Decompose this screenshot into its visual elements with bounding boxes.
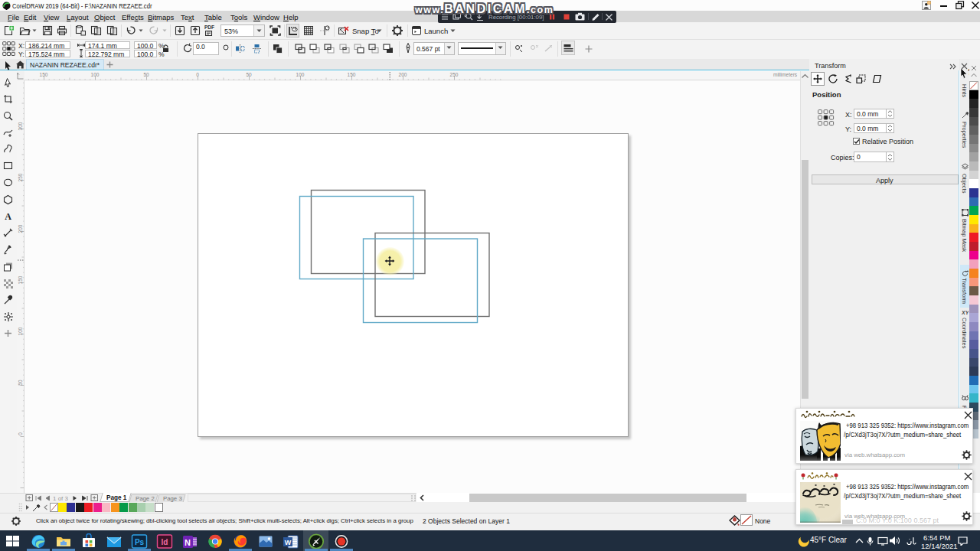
svg-text:250: 250 [18,173,23,181]
svg-text:100: 100 [18,327,23,335]
svg-text:150: 150 [18,276,23,284]
svg-text:A: A [5,211,11,222]
svg-text:XY: XY [962,310,969,315]
svg-text:Ps: Ps [134,538,144,546]
svg-text:200: 200 [18,224,23,233]
svg-text:W: W [284,539,291,546]
svg-text:50: 50 [18,380,23,386]
svg-text:N: N [185,538,191,547]
svg-text:Id: Id [161,538,168,546]
svg-text:300: 300 [18,122,23,130]
svg-text:0: 0 [18,432,23,435]
